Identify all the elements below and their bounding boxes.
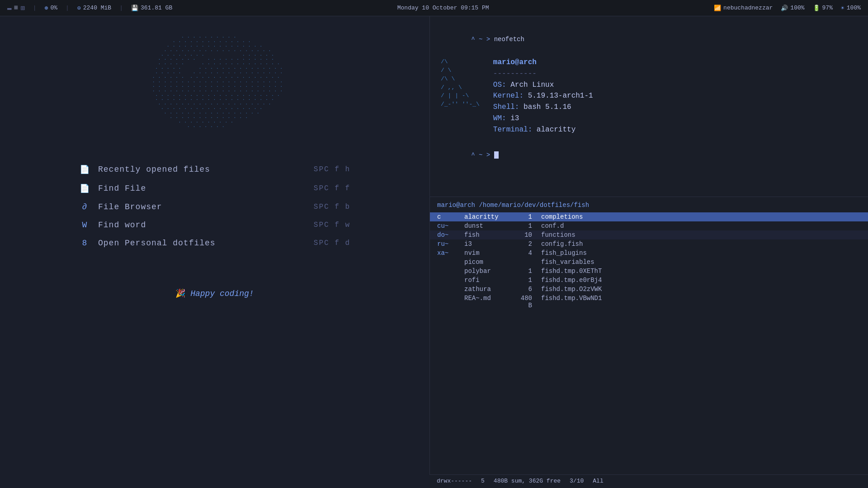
menu-label-1: Find File — [98, 184, 146, 193]
fm-dir-1: conf.d — [532, 222, 861, 230]
fm-row-5[interactable]: picom fish_variables — [430, 258, 868, 267]
fm-abbr-2: do~ — [437, 231, 464, 239]
fm-abbr-5 — [437, 258, 464, 266]
prompt2-text: ^ ~ > — [471, 151, 494, 159]
menu-label-4: Open Personal dotfiles — [98, 239, 216, 248]
wifi-icon: 📶 — [714, 5, 721, 12]
fm-abbr-6 — [437, 267, 464, 275]
terminal-top[interactable]: ^ ~ > neofetch /\ / \ /\ \ / ,, \ / | | … — [430, 16, 868, 197]
menu-item-find-word[interactable]: W Find word SPC f w — [79, 216, 350, 234]
fm-name-7: rofi — [464, 277, 514, 284]
sep1: | — [33, 5, 37, 11]
menu-icon-0: 📄 — [79, 164, 90, 174]
menu-item-left-4: 8 Open Personal dotfiles — [79, 239, 216, 248]
cpu-icon: ⊕ — [45, 5, 48, 12]
fm-abbr-7 — [437, 277, 464, 284]
fm-num-0: 1 — [514, 213, 532, 221]
menu-shortcut-1: SPC f f — [314, 184, 350, 192]
status-bar: ▬ ≡ ⊞ | ⊕ 0% | ⊙ 2240 MiB | 💾 361.81 GB … — [0, 0, 868, 16]
fm-row-8[interactable]: zathura 6 fishd.tmp.O2zVWK — [430, 285, 868, 294]
menu-icon-1: 📄 — [79, 183, 90, 193]
fm-name-3: i3 — [464, 240, 514, 248]
volume-item: 🔊 100% — [781, 5, 804, 12]
brightness-icon: ☀ — [841, 5, 844, 12]
fm-num-6: 1 — [514, 267, 532, 275]
fm-abbr-3: ru~ — [437, 240, 464, 248]
menu-item-open-dotfiles[interactable]: 8 Open Personal dotfiles SPC f d — [79, 234, 350, 252]
cpu-value: 0% — [51, 5, 58, 11]
fm-pages: 3/10 — [570, 478, 584, 485]
datetime: Monday 10 October 09:15 PM — [397, 5, 489, 11]
fm-row-6[interactable]: polybar 1 fishd.tmp.0XEThT — [430, 267, 868, 276]
menu-item-find-file[interactable]: 📄 Find File SPC f f — [79, 179, 350, 198]
menu-icon-3: W — [79, 221, 90, 230]
fm-abbr-4: xa~ — [437, 249, 464, 257]
disk-item: 💾 361.81 GB — [131, 5, 172, 12]
menu-shortcut-2: SPC f b — [314, 203, 350, 211]
fm-path: mario@arch /home/mario/dev/dotfiles/fish — [437, 202, 589, 209]
datetime-text: Monday 10 October 09:15 PM — [397, 5, 489, 11]
fm-row-7[interactable]: rofi 1 fishd.tmp.e0rBj4 — [430, 276, 868, 285]
status-left: ▬ ≡ ⊞ | ⊕ 0% | ⊙ 2240 MiB | 💾 361.81 GB — [7, 4, 172, 13]
fm-row-1[interactable]: cu~ dunst 1 conf.d — [430, 221, 868, 230]
fm-dir-5: fish_variables — [532, 258, 861, 266]
fm-num-1: 1 — [514, 222, 532, 230]
fm-row-9[interactable]: REA~.md 480 B fishd.tmp.VBwND1 — [430, 294, 868, 310]
sep3: | — [119, 5, 123, 11]
fm-row-0[interactable]: c alacritty 1 completions — [430, 212, 868, 221]
menu-shortcut-3: SPC f w — [314, 221, 350, 229]
menu-shortcut-0: SPC f h — [314, 165, 350, 174]
fm-dir-9: fishd.tmp.VBwND1 — [532, 295, 861, 309]
neofetch-prompt: ^ ~ > neofetch — [441, 25, 857, 54]
menu-icon-2: ∂ — [79, 202, 90, 211]
menu-label-0: Recently opened files — [98, 165, 210, 174]
fm-name-0: alacritty — [464, 213, 514, 221]
fm-row-4[interactable]: xa~ nvim 4 fish_plugins — [430, 249, 868, 258]
menu-item-recently-opened[interactable]: 📄 Recently opened files SPC f h — [79, 160, 350, 179]
fm-name-9: REA~.md — [464, 295, 514, 309]
fm-num-3: 2 — [514, 240, 532, 248]
fm-num-7: 1 — [514, 277, 532, 284]
menu-label-2: File Browser — [98, 202, 162, 211]
fm-count: 5 — [481, 478, 485, 485]
fm-dir-4: fish_plugins — [532, 249, 861, 257]
fm-name-1: dunst — [464, 222, 514, 230]
fm-num-8: 6 — [514, 286, 532, 293]
volume-icon: 🔊 — [781, 5, 788, 12]
fm-row-2[interactable]: do~ fish 10 functions — [430, 230, 868, 239]
neofetch-logo: /\ / \ /\ \ / ,, \ / | | -\ /_-'' ''-_\ — [441, 56, 480, 136]
menu-item-file-browser[interactable]: ∂ File Browser SPC f b — [79, 198, 350, 216]
neofetch-info: mario@arch ---------- OS: Arch Linux Ker… — [493, 56, 593, 136]
fm-num-4: 4 — [514, 249, 532, 257]
battery-icon: 🔋 — [813, 5, 820, 12]
menu-item-left-0: 📄 Recently opened files — [79, 164, 210, 174]
mem-icon: ⊙ — [77, 5, 81, 12]
fm-abbr-9 — [437, 295, 464, 309]
terminal2-prompt: ^ ~ > — [441, 141, 857, 169]
battery-item: 🔋 97% — [813, 5, 833, 12]
fm-dir-2: functions — [532, 231, 861, 239]
fm-name-5: picom — [464, 258, 514, 266]
menu-item-left-1: 📄 Find File — [79, 183, 146, 193]
menu-item-left-2: ∂ File Browser — [79, 202, 162, 211]
fm-row-3[interactable]: ru~ i3 2 config.fish — [430, 239, 868, 249]
fm-dir-0: completions — [532, 213, 861, 221]
workspaces: ▬ ≡ ⊞ — [7, 4, 25, 13]
cpu-item: ⊕ 0% — [45, 5, 57, 12]
mem-item: ⊙ 2240 MiB — [77, 5, 111, 12]
fm-abbr-8 — [437, 286, 464, 293]
fm-dir-6: fishd.tmp.0XEThT — [532, 267, 861, 275]
fm-name-6: polybar — [464, 267, 514, 275]
fm-all: All — [593, 478, 603, 485]
fm-name-2: fish — [464, 231, 514, 239]
file-manager[interactable]: mario@arch /home/mario/dev/dotfiles/fish… — [430, 197, 868, 488]
fm-dir-3: config.fish — [532, 240, 861, 248]
fm-num-2: 10 — [514, 231, 532, 239]
fm-name-8: zathura — [464, 286, 514, 293]
brightness-item: ☀ 100% — [841, 5, 861, 12]
menu-container: 📄 Recently opened files SPC f h 📄 Find F… — [79, 160, 350, 252]
battery-value: 97% — [822, 5, 833, 11]
fm-tbody: c alacritty 1 completions cu~ dunst 1 co… — [430, 212, 868, 310]
fm-perms: drwx------ — [437, 478, 472, 485]
disk-value: 361.81 GB — [141, 5, 172, 11]
